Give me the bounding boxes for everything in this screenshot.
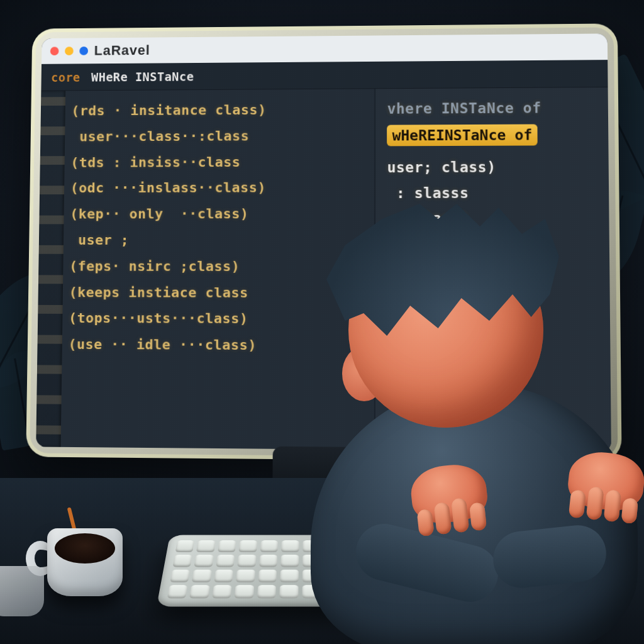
code-line: user···class··:class (71, 123, 369, 150)
editor-left-pane: (rds · insitance class) user···class··:c… (36, 89, 374, 450)
code-line: (use ·· idle ···class) (68, 331, 368, 359)
tab-token-left: core (51, 70, 80, 84)
monitor: LaRavel core WHeRe INSTaNce (rds · insit… (26, 23, 621, 462)
window-title: LaRavel (94, 42, 150, 58)
tab-token-main: WHeRe INSTaNce (91, 69, 194, 84)
coffee-mug (35, 528, 129, 604)
line-number-gutter (36, 91, 65, 447)
screen: LaRavel core WHeRe INSTaNce (rds · insit… (36, 33, 611, 452)
illustration-scene: LaRavel core WHeRe INSTaNce (rds · insit… (0, 0, 644, 644)
suggestion-highlight: wHeREINSTaNce of (387, 125, 538, 147)
code-line: : slasss (387, 180, 597, 206)
editor-right-pane: vhere INSTaNce of wHeREINSTaNce of user;… (374, 87, 611, 452)
code-line: (keeps instiace class (69, 279, 368, 306)
mouse-cable (574, 497, 575, 535)
code-line: (kep·· only ··class) (70, 201, 368, 227)
tab-strip: core WHeRe INSTaNce (41, 60, 608, 91)
traffic-light-min-icon (65, 47, 74, 55)
traffic-light-max-icon (79, 47, 88, 55)
code-line: (feps· nsirc ;class) (69, 253, 368, 280)
editor-split: (rds · insitance class) user···class··:c… (36, 87, 611, 452)
code-line: (tops···usts···class) (69, 305, 368, 332)
suggestion-dim: vhere INSTaNce of (387, 95, 597, 121)
traffic-light-close-icon (50, 47, 59, 55)
keyboard (157, 535, 466, 607)
second-mug (0, 566, 44, 616)
code-line: user; class) (387, 154, 597, 180)
code-line: (tds : insiss··class (70, 148, 368, 175)
code-line: user ; (70, 227, 369, 253)
code-line: (rds · insitance class) (71, 96, 368, 124)
window-titlebar: LaRavel (42, 33, 608, 64)
code-line: : class) (387, 205, 598, 231)
code-line: (odc ···inslass··class) (70, 175, 369, 201)
mouse (549, 532, 594, 551)
